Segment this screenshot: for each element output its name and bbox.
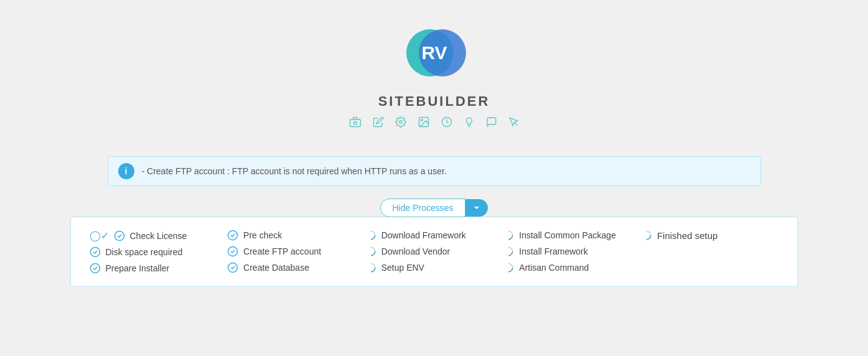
list-item: Disk space required — [90, 246, 228, 258]
process-label: Download Vendor — [381, 246, 450, 256]
list-item: Create FTP account — [227, 246, 365, 257]
check-circle-icon — [227, 230, 238, 241]
settings-icon[interactable] — [395, 116, 406, 131]
svg-point-13 — [228, 247, 238, 256]
spinner-icon — [365, 262, 376, 273]
svg-point-9 — [114, 231, 124, 240]
process-label: Create Database — [243, 263, 309, 273]
process-label: Check License — [130, 231, 187, 241]
process-label: Pre check — [243, 230, 282, 240]
process-label: Prepare Installer — [106, 263, 170, 273]
icon-row — [349, 116, 520, 131]
check-circle-icon — [90, 246, 101, 258]
check-circle-icon — [227, 246, 238, 257]
process-column-2: Pre check Create FTP account Create Data… — [227, 230, 365, 274]
process-label: Artisan Command — [519, 263, 589, 273]
list-item: Pre check — [227, 230, 365, 241]
svg-text:RV: RV — [421, 42, 447, 63]
list-item: Download Framework — [365, 230, 503, 241]
svg-rect-3 — [350, 119, 360, 127]
spinner-icon — [503, 262, 514, 273]
list-item: ◯✓ Check License — [90, 230, 228, 241]
clock-icon[interactable] — [441, 116, 452, 131]
info-message: - Create FTP account : FTP account is no… — [142, 166, 447, 176]
check-circle-icon — [114, 230, 125, 241]
list-item: Setup ENV — [365, 262, 503, 273]
process-label: Install Common Package — [519, 230, 616, 240]
svg-point-7 — [421, 119, 422, 121]
process-column-5: Finished setup — [641, 230, 779, 274]
header: RV SITEBUILDER — [349, 19, 520, 156]
list-item: Prepare Installer — [90, 263, 228, 274]
processes-section: Hide Processes ◯✓ Check License Disk spa… — [70, 199, 798, 287]
hide-processes-arrow-button[interactable] — [465, 199, 488, 217]
spinner-icon — [365, 230, 376, 241]
list-item: Artisan Command — [503, 262, 641, 273]
svg-point-4 — [353, 121, 357, 124]
image-icon[interactable] — [418, 116, 430, 131]
process-column-1: ◯✓ Check License Disk space required Pre… — [90, 230, 228, 274]
process-column-4: Install Common Package Install Framework… — [503, 230, 641, 274]
logo: RV — [400, 19, 469, 87]
process-label: Create FTP account — [243, 246, 321, 256]
list-item: Finished setup — [641, 230, 779, 241]
cursor-icon[interactable] — [508, 116, 520, 131]
camera-icon[interactable] — [349, 116, 362, 131]
svg-point-10 — [90, 248, 100, 257]
check-circle-icon — [90, 263, 101, 274]
process-label: Finished setup — [657, 230, 718, 241]
hide-processes-bar: Hide Processes — [70, 199, 798, 217]
process-label: Install Framework — [519, 246, 587, 256]
check-icon: ◯✓ — [90, 230, 109, 241]
svg-point-5 — [399, 121, 402, 124]
process-column-3: Download Framework Download Vendor Setup… — [365, 230, 503, 274]
spinner-icon — [503, 246, 514, 257]
hide-processes-button[interactable]: Hide Processes — [380, 199, 465, 217]
info-bar: i - Create FTP account : FTP account is … — [108, 156, 761, 186]
spinner-icon — [503, 230, 514, 241]
process-label: Setup ENV — [381, 263, 424, 273]
svg-point-14 — [228, 263, 238, 273]
spinner-icon — [641, 230, 652, 241]
bulb-icon[interactable] — [464, 116, 475, 131]
edit-icon[interactable] — [373, 116, 384, 131]
list-item: Download Vendor — [365, 246, 503, 257]
list-item: Create Database — [227, 262, 365, 273]
processes-box: ◯✓ Check License Disk space required Pre… — [70, 217, 798, 287]
info-icon: i — [118, 163, 134, 179]
svg-point-11 — [90, 264, 100, 273]
spinner-icon — [365, 246, 376, 257]
brand-name: SITEBUILDER — [378, 93, 490, 110]
list-item: Install Framework — [503, 246, 641, 257]
process-label: Download Framework — [381, 230, 466, 240]
svg-point-12 — [228, 231, 238, 240]
process-label: Disk space required — [106, 247, 183, 257]
chat-icon[interactable] — [486, 116, 497, 131]
list-item: Install Common Package — [503, 230, 641, 241]
check-circle-icon — [227, 262, 238, 273]
